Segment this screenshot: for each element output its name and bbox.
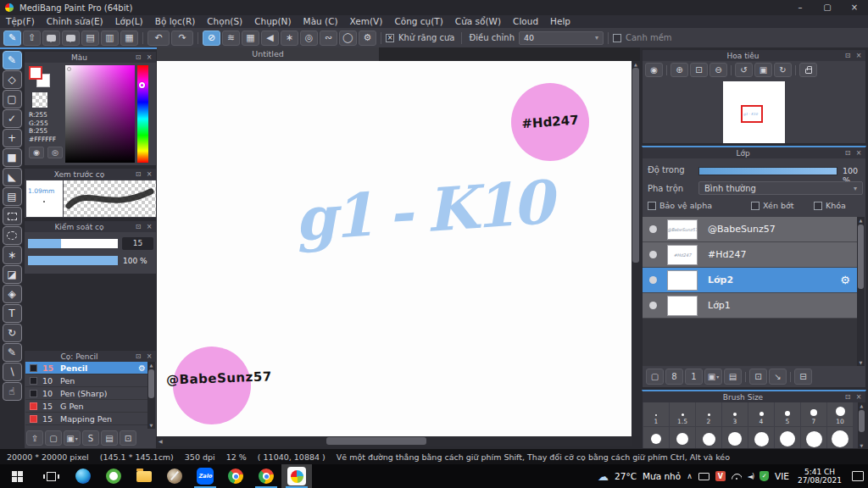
- export-button[interactable]: ⇧: [23, 30, 41, 46]
- vanishing-point-button[interactable]: ◀: [261, 30, 279, 46]
- alpha-protect-option[interactable]: Bảo vệ alpha: [648, 201, 751, 210]
- menu-edit[interactable]: Chỉnh sửa(E): [41, 15, 109, 28]
- taskbar-paint-app[interactable]: [159, 464, 190, 488]
- menu-layer[interactable]: Lớp(L): [109, 15, 149, 28]
- close-icon[interactable]: ×: [145, 352, 153, 360]
- menu-filter[interactable]: Bộ lọc(R): [149, 15, 202, 28]
- brush-opacity-slider[interactable]: [28, 256, 118, 265]
- popout-icon[interactable]: ⊡: [134, 223, 142, 230]
- shape-brush-tool[interactable]: ▢: [3, 90, 22, 108]
- unikey-icon[interactable]: V: [715, 471, 726, 481]
- reset-rotation-button[interactable]: ▣: [754, 63, 772, 77]
- taskbar-chrome-1[interactable]: [220, 464, 251, 488]
- navigator-thumbnail[interactable]: g1 - K10: [723, 81, 785, 143]
- maximize-button[interactable]: ▢: [814, 0, 841, 15]
- clipping-option[interactable]: Xén bớt: [751, 201, 814, 210]
- menu-help[interactable]: Help: [544, 15, 576, 28]
- fill-shape-tool[interactable]: ■: [3, 148, 22, 167]
- grid-lines-button[interactable]: ▦: [242, 30, 259, 46]
- wifi-icon[interactable]: [732, 473, 742, 480]
- bucket-tool[interactable]: ◣: [3, 168, 22, 186]
- gear-icon[interactable]: ⚙: [840, 274, 850, 286]
- brush-size-option[interactable]: 10: [827, 402, 853, 426]
- brush-size-option[interactable]: [696, 427, 721, 449]
- brush-size-option[interactable]: 1.5: [670, 402, 695, 426]
- palette-add-button[interactable]: ◎: [47, 147, 63, 158]
- gradient-tool[interactable]: ▤: [3, 187, 22, 206]
- menu-tools[interactable]: Công cụ(T): [388, 15, 448, 28]
- brush-row-mapping-pen[interactable]: 15 Mapping Pen: [25, 413, 149, 425]
- close-icon[interactable]: ×: [145, 53, 153, 61]
- layer-row-lop2[interactable]: Lớp2 ⚙: [643, 268, 857, 293]
- brush-folder-button[interactable]: ▤: [101, 430, 118, 446]
- add-layer-button[interactable]: ▢: [646, 369, 664, 385]
- scroll-thumb[interactable]: [148, 369, 154, 398]
- blend-mode-dropdown[interactable]: Bình thường ▾: [698, 181, 863, 195]
- brush-size-option[interactable]: 3: [722, 402, 748, 426]
- menu-file[interactable]: Tệp(F): [0, 15, 41, 28]
- taskbar-medibang-active[interactable]: [281, 464, 312, 488]
- document-button[interactable]: ▤: [81, 30, 99, 46]
- lasso-tool[interactable]: [3, 226, 22, 245]
- brush-duplicate-button[interactable]: ⊡: [120, 430, 136, 446]
- brush-preview-header[interactable]: Xem trước cọ ⊡ ×: [25, 169, 156, 180]
- operate-tool[interactable]: ↻: [3, 324, 22, 342]
- brush-size-slider[interactable]: [28, 239, 118, 248]
- brush-cloud-download-button[interactable]: ⇪: [26, 430, 43, 446]
- lock-button[interactable]: [799, 63, 817, 77]
- lock-checkbox[interactable]: [814, 202, 822, 210]
- comment-button[interactable]: [42, 30, 60, 46]
- menu-select[interactable]: Chọn(S): [201, 15, 248, 28]
- merge-layer-button[interactable]: ↘: [769, 369, 787, 385]
- zoom-out-button[interactable]: ⊖: [709, 63, 727, 77]
- rotate-left-button[interactable]: ↺: [735, 63, 753, 77]
- brush-tool[interactable]: ✎: [3, 51, 22, 69]
- foreground-color-swatch[interactable]: [29, 66, 42, 80]
- close-icon[interactable]: ×: [145, 170, 153, 178]
- layer-row-lop1[interactable]: Lớp1: [643, 293, 857, 319]
- vertical-scroll-thumb[interactable]: [632, 68, 639, 263]
- taskbar-explorer[interactable]: [129, 464, 159, 488]
- eraser-tool[interactable]: ◇: [3, 70, 22, 89]
- grid-view-button[interactable]: ▦: [120, 30, 138, 46]
- brush-size-option[interactable]: [748, 427, 774, 449]
- brush-size-option[interactable]: 2: [696, 402, 721, 426]
- marquee-select-tool[interactable]: [3, 207, 22, 225]
- canvas-vertical-scrollbar[interactable]: ▲: [632, 61, 640, 436]
- brush-size-option[interactable]: [643, 427, 669, 449]
- navigator-header[interactable]: Hoa tiêu ⊡ ×: [643, 50, 865, 61]
- scroll-left-icon[interactable]: ◀: [159, 436, 163, 446]
- undo-button[interactable]: ↶: [147, 30, 170, 46]
- language-indicator[interactable]: VIE: [775, 471, 789, 481]
- layer-row-babesunz[interactable]: @BabeSunz57 @BabeSunz57: [643, 217, 857, 242]
- hue-bar[interactable]: [137, 65, 148, 163]
- scroll-thumb[interactable]: [858, 225, 864, 289]
- weather-desc[interactable]: Mưa nhỏ: [643, 471, 681, 481]
- curve-snap-button[interactable]: ∾: [320, 30, 337, 46]
- comment-list-button[interactable]: [62, 30, 80, 46]
- menu-view[interactable]: Xem(V): [344, 15, 389, 28]
- brush-size-option[interactable]: [722, 427, 748, 449]
- brush-size-scrollbar[interactable]: ▲ ▼: [858, 402, 865, 449]
- taskbar-edge[interactable]: [68, 464, 98, 488]
- snap-settings-button[interactable]: ⚙: [359, 30, 376, 46]
- popout-icon[interactable]: ⊡: [843, 52, 852, 59]
- layer-list-scrollbar[interactable]: ▲ ▼: [857, 217, 865, 366]
- brush-size-option[interactable]: 4: [748, 402, 774, 426]
- layer-opacity-slider[interactable]: [698, 167, 837, 175]
- taskbar-chrome-2[interactable]: [251, 464, 281, 488]
- select-eraser-tool[interactable]: ◈: [3, 285, 22, 303]
- popout-icon[interactable]: ⊡: [843, 393, 852, 401]
- brush-control-header[interactable]: Kiểm soát cọ ⊡ ×: [25, 221, 156, 232]
- fit-screen-button[interactable]: ⊡: [690, 63, 708, 77]
- antialias-checkbox[interactable]: ×: [386, 34, 394, 42]
- brush-list-scrollbar[interactable]: ▲ ▼: [147, 362, 155, 429]
- scroll-up-icon[interactable]: ▲: [632, 62, 640, 67]
- radial-lines-button[interactable]: ∗: [281, 30, 298, 46]
- rotate-right-button[interactable]: ↻: [774, 63, 792, 77]
- taskbar-clock[interactable]: 5:41 CH 27/08/2021: [795, 468, 844, 485]
- brush-size-option[interactable]: 1: [643, 402, 669, 426]
- add-8bit-layer-button[interactable]: 8: [665, 369, 683, 385]
- scroll-thumb[interactable]: [859, 410, 865, 432]
- keyboard-icon[interactable]: [698, 473, 709, 480]
